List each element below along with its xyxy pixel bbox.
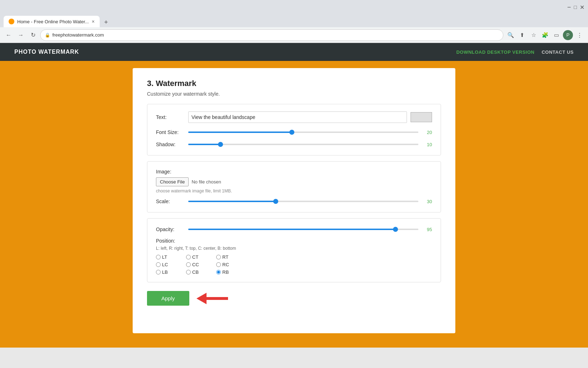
font-size-track: [188, 132, 418, 133]
lock-icon: 🔒: [45, 33, 50, 38]
forward-button[interactable]: →: [16, 30, 26, 40]
choose-file-button[interactable]: Choose File: [156, 177, 189, 186]
close-icon[interactable]: ✕: [580, 4, 584, 11]
browser-titlebar: − □ ✕: [0, 0, 588, 14]
no-file-text: No file chosen: [191, 179, 221, 185]
page-wrapper: 3. Watermark Customize your watermark st…: [0, 61, 588, 348]
scale-value: 30: [422, 199, 432, 204]
profile-button[interactable]: P: [563, 30, 573, 40]
scale-thumb[interactable]: [273, 199, 278, 204]
bookmark-button[interactable]: ☆: [528, 30, 539, 40]
color-picker[interactable]: [411, 112, 432, 122]
position-rb[interactable]: RB: [216, 269, 245, 275]
file-row: Choose File No file chosen: [156, 177, 432, 186]
minimize-icon[interactable]: −: [567, 4, 571, 11]
browser-actions: 🔍 ⬆ ☆ 🧩 ▭ P ⋮: [506, 30, 584, 40]
shadow-row: Shadow: 10: [156, 141, 432, 148]
opacity-slider-container[interactable]: [188, 226, 418, 233]
apply-button[interactable]: Apply: [147, 291, 189, 306]
site-logo: PHOTO WATERMARK: [14, 49, 79, 55]
position-cb[interactable]: CB: [186, 269, 215, 275]
text-panel: Text: Font Size: 20 Shadow:: [147, 104, 441, 156]
scale-label: Scale:: [156, 199, 185, 204]
browser-toolbar: ← → ↻ 🔒 freephotowatermark.com 🔍 ⬆ ☆ 🧩 ▭…: [0, 27, 588, 43]
shadow-slider-container[interactable]: [188, 141, 418, 148]
contact-link[interactable]: CONTACT US: [542, 49, 574, 55]
search-button[interactable]: 🔍: [506, 30, 516, 40]
opacity-row: Opacity: 95: [156, 226, 432, 233]
font-size-slider-container[interactable]: [188, 129, 418, 136]
opacity-fill: [188, 229, 395, 230]
section-title: 3. Watermark: [147, 79, 441, 88]
font-size-label: Font Size:: [156, 129, 185, 135]
text-input[interactable]: [188, 111, 407, 123]
shadow-track: [188, 144, 418, 145]
address-text: freephotowatermark.com: [52, 32, 499, 38]
active-tab[interactable]: Home - Free Online Photo Water... ×: [4, 16, 100, 27]
scale-track: [188, 201, 418, 202]
scale-fill: [188, 201, 276, 202]
options-panel: Opacity: 95 Position: L: left, R: right,…: [147, 218, 441, 282]
file-hint: choose watermark image file, limit 1MB.: [156, 188, 432, 193]
opacity-track: [188, 229, 418, 230]
position-grid: LT CT RT LC CC RC LB: [156, 254, 432, 275]
share-button[interactable]: ⬆: [517, 30, 527, 40]
restore-icon[interactable]: □: [574, 4, 577, 10]
site-header: PHOTO WATERMARK DOWNLOAD DESKTOP VERSION…: [0, 43, 588, 61]
opacity-thumb[interactable]: [393, 227, 398, 232]
font-size-thumb[interactable]: [289, 130, 294, 135]
position-lc[interactable]: LC: [156, 262, 185, 267]
arrow-head: [196, 293, 207, 304]
browser-tabs: Home - Free Online Photo Water... × +: [0, 14, 588, 27]
sidebar-button[interactable]: ▭: [551, 30, 561, 40]
opacity-label: Opacity:: [156, 226, 185, 232]
position-hint: L: left, R: right, T: top, C: center, B:…: [156, 246, 432, 251]
tab-title: Home - Free Online Photo Water...: [17, 19, 89, 24]
font-size-fill: [188, 132, 292, 133]
tab-favicon: [9, 19, 14, 24]
position-ct[interactable]: CT: [186, 254, 215, 260]
new-tab-button[interactable]: +: [101, 17, 111, 27]
shadow-value: 10: [422, 142, 432, 147]
arrow-body: [207, 297, 228, 300]
shadow-label: Shadow:: [156, 142, 185, 147]
extensions-button[interactable]: 🧩: [540, 30, 550, 40]
image-panel: Image: Choose File No file chosen choose…: [147, 161, 441, 212]
main-card: 3. Watermark Customize your watermark st…: [133, 68, 455, 333]
position-label: Position:: [156, 238, 175, 244]
position-lb[interactable]: LB: [156, 269, 185, 275]
position-rt[interactable]: RT: [216, 254, 245, 260]
apply-section: Apply: [147, 291, 441, 306]
position-cc[interactable]: CC: [186, 262, 215, 267]
refresh-button[interactable]: ↻: [28, 30, 38, 40]
scale-row: Scale: 30: [156, 198, 432, 205]
font-size-value: 20: [422, 130, 432, 135]
browser-chrome: − □ ✕ Home - Free Online Photo Water... …: [0, 0, 588, 43]
image-label: Image:: [156, 169, 171, 175]
position-lt[interactable]: LT: [156, 254, 185, 260]
tab-close-button[interactable]: ×: [92, 19, 95, 24]
opacity-value: 95: [422, 227, 432, 232]
scale-slider-container[interactable]: [188, 198, 418, 205]
address-bar[interactable]: 🔒 freephotowatermark.com: [40, 29, 503, 41]
text-row: Text:: [156, 111, 432, 123]
position-rc[interactable]: RC: [216, 262, 245, 267]
back-button[interactable]: ←: [4, 30, 14, 40]
arrow-indicator: [196, 293, 228, 304]
shadow-fill: [188, 144, 220, 145]
text-label: Text:: [156, 114, 185, 120]
section-subtitle: Customize your watermark style.: [147, 91, 441, 97]
menu-button[interactable]: ⋮: [574, 30, 584, 40]
site-nav: DOWNLOAD DESKTOP VERSION CONTACT US: [456, 49, 574, 55]
download-link[interactable]: DOWNLOAD DESKTOP VERSION: [456, 49, 535, 55]
shadow-thumb[interactable]: [218, 142, 223, 147]
font-size-row: Font Size: 20: [156, 129, 432, 136]
